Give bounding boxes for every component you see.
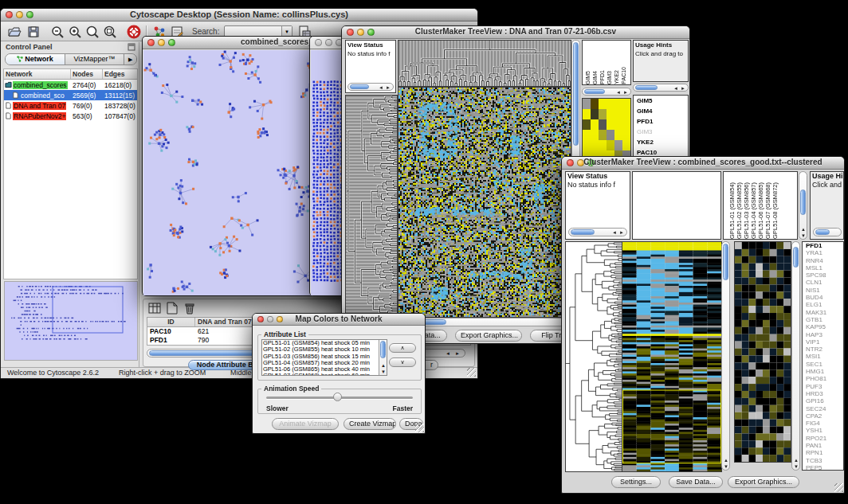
animation-speed-label: Animation Speed	[261, 385, 321, 393]
treeview1-titlebar[interactable]: ClusterMaker TreeView : DNA and Tran 07-…	[342, 26, 689, 39]
tv2-row-dendrogram[interactable]	[565, 241, 622, 472]
tv2-gene-label: MSL1	[804, 264, 843, 272]
tv2-column-dendrogram[interactable]	[632, 171, 721, 240]
tv1-usage-hints-text: Click and drag to	[634, 49, 688, 58]
tv1-column-label: YKE2	[613, 70, 620, 84]
tv2-settings-button[interactable]: Settings...	[611, 476, 661, 488]
close-button[interactable]	[315, 39, 322, 46]
scroll-right-arrow[interactable]: ►	[455, 351, 460, 356]
tv2-gene-label: YRA1	[804, 249, 843, 256]
network-row[interactable]: combined_sco2569(6)13112(15)	[4, 90, 137, 100]
tv1-column-label: GIM4	[591, 71, 599, 84]
tv1-status-scrollbar[interactable]: ◄►	[347, 83, 394, 91]
tv2-save-data-button[interactable]: Save Data...	[669, 476, 723, 488]
tv2-resize-grip[interactable]	[834, 483, 843, 492]
tv2-column-label: GPL51-06 (GSM865)	[757, 182, 764, 239]
attribute-item[interactable]: GPL51-07 (GSM868) heat shock 60 min	[263, 373, 378, 376]
treeview1-title: ClusterMaker TreeView : DNA and Tran 07-…	[342, 27, 689, 36]
main-resize-grip[interactable]	[467, 368, 476, 377]
move-down-button[interactable]: ∨	[389, 357, 416, 367]
network-name-cell: DNA and Tran 07	[4, 102, 71, 110]
delete-attribute-icon[interactable]	[183, 302, 196, 315]
tv1-view-status-text: No status info f	[346, 49, 395, 58]
tv2-gene-label: MSI1	[804, 353, 843, 360]
window-title: Cytoscape Desktop (Session Name: collins…	[1, 10, 477, 19]
tv2-gene-label: FIG4	[804, 420, 843, 427]
main-titlebar[interactable]: Cytoscape Desktop (Session Name: collins…	[1, 9, 477, 21]
tv1-export-graphics-button[interactable]: Export Graphics...	[455, 330, 522, 342]
minimize-button[interactable]	[325, 39, 332, 46]
network-name: combined_sco	[20, 92, 65, 100]
dialog-titlebar[interactable]: Map Colors to Network	[253, 314, 425, 326]
col-network[interactable]: Network	[4, 69, 71, 79]
tab-network[interactable]: Network	[6, 54, 65, 64]
scroll-left-arrow[interactable]: ◄	[446, 351, 450, 356]
tab-overflow-arrow[interactable]: ▶	[124, 54, 136, 64]
tv2-gene-label: HAP3	[804, 331, 843, 338]
col-nodes[interactable]: Nodes	[71, 69, 103, 79]
treeview2-titlebar[interactable]: ClusterMaker TreeView : combined_scores_…	[562, 157, 844, 170]
document-icon	[12, 92, 19, 99]
tv2-gene-label: KAP95	[804, 323, 843, 330]
tv2-gene-label: RNR4	[804, 257, 843, 264]
col-edges[interactable]: Edges	[103, 69, 137, 79]
tv2-hints-scrollbar[interactable]	[813, 228, 842, 236]
tv1-row-dendrogram[interactable]	[345, 95, 398, 318]
tv2-heatmap-vscrollbar[interactable]: ▲▼	[721, 241, 730, 471]
zoom-fit-icon[interactable]	[85, 25, 100, 39]
tv1-hints-scrollbar[interactable]: ◄►	[633, 84, 689, 92]
tv1-gene-label: GIM4	[635, 106, 688, 116]
save-icon[interactable]	[26, 25, 41, 39]
attribute-list[interactable]: GPL51-01 (GSM854) heat shock 05 minGPL51…	[261, 339, 387, 376]
tv1-heatmap[interactable]	[398, 87, 571, 318]
attribute-select-icon[interactable]	[148, 302, 161, 315]
zoom-selected-icon[interactable]	[103, 25, 117, 39]
tv2-gene-list: PFD1YRA1RNR4MSL1SPC98CLN1NIS1BUD4ELG1MAK…	[802, 241, 844, 471]
tv2-column-label: GPL51-07 (GSM868)	[764, 182, 771, 239]
network-edges: 107847(0)	[103, 112, 137, 120]
zoom-in-icon[interactable]	[68, 25, 82, 39]
dialog-resize-grip[interactable]	[415, 424, 424, 432]
tab-vizmapper[interactable]: VizMapper™	[65, 54, 125, 64]
tv2-collabel-vscrollbar[interactable]: ▲▼	[799, 171, 807, 240]
create-vizmap-button[interactable]: Create Vizmap	[344, 418, 396, 430]
network-row[interactable]: combined_scores2764(0)16218(0)	[4, 80, 137, 90]
tv1-gene-label: PFD1	[635, 116, 688, 127]
map-colors-dialog: Map Colors to Network Attribute List GPL…	[252, 313, 426, 434]
animate-vizmap-button[interactable]: Animate Vizmap	[272, 418, 339, 430]
open-icon[interactable]	[7, 25, 22, 39]
tv2-gene-label: CPA2	[804, 412, 843, 420]
tv2-heatmap[interactable]	[622, 241, 722, 472]
attribute-list-scrollbar[interactable]: ▲▼	[379, 340, 387, 375]
tv2-gene-label: TCB3	[804, 457, 843, 464]
network-row[interactable]: DNA and Tran 07769(0)183728(0)	[4, 100, 137, 111]
network-row[interactable]: RNAPuberNov2+563(0)107847(0)	[4, 111, 137, 121]
tv1-usage-hints-panel: Usage Hints Click and drag to	[633, 40, 689, 82]
tv2-usage-hints-panel: Usage Hints Click and	[810, 171, 844, 240]
tv2-gene-label: YSH1	[804, 427, 843, 434]
move-up-button[interactable]: ∧	[389, 343, 416, 353]
tv2-column-label: GPL51-04 (GSM857)	[750, 182, 757, 239]
tv2-gene-label: HMG1	[804, 368, 843, 375]
tv2-gene-label: RPN1	[804, 449, 843, 456]
tv2-export-graphics-button[interactable]: Export Graphics...	[728, 476, 799, 488]
birdseye-view[interactable]	[4, 281, 138, 361]
tv1-mini-heatmap[interactable]	[582, 98, 631, 162]
zoom-out-icon[interactable]	[50, 25, 65, 39]
new-attribute-icon[interactable]	[166, 302, 179, 315]
tv2-gene-label: GPI16	[804, 397, 843, 404]
dp-col-id[interactable]: ID	[147, 318, 195, 326]
tv2-global-heatmap[interactable]	[734, 241, 791, 463]
tv1-column-dendrogram[interactable]	[398, 40, 571, 87]
help-lifering-icon[interactable]	[127, 25, 141, 39]
tv1-gene-label: YKE2	[635, 137, 688, 147]
search-label: Search:	[192, 27, 219, 36]
speed-slider-thumb[interactable]	[333, 393, 342, 401]
tv1-collabel-scrollbar[interactable]: ◄►	[582, 88, 631, 96]
tv2-global-vscrollbar[interactable]: ▲▼	[791, 241, 800, 471]
treeview2-title: ClusterMaker TreeView : combined_scores_…	[562, 158, 844, 166]
float-panel-icon[interactable]	[128, 43, 135, 51]
tv2-status-scrollbar[interactable]: ◄►	[568, 228, 627, 236]
network-edges: 16218(0)	[103, 81, 137, 89]
document-icon	[5, 102, 12, 109]
